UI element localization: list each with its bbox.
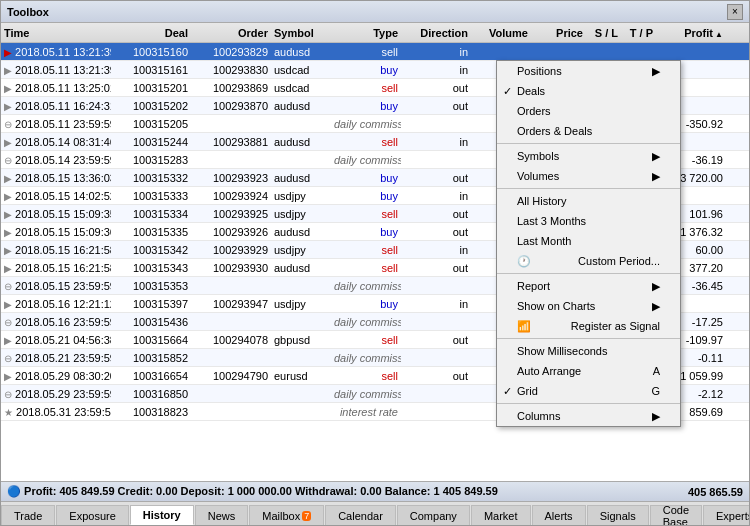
- tab-mailbox[interactable]: Mailbox7: [249, 505, 324, 525]
- tab-history[interactable]: History: [130, 505, 194, 525]
- cell-dir: in: [401, 64, 471, 76]
- cell-deal: 100315161: [111, 64, 191, 76]
- menu-item-show-milliseconds[interactable]: Show Milliseconds: [497, 341, 680, 361]
- menu-item-all-history[interactable]: All History: [497, 191, 680, 211]
- menu-item-report[interactable]: Report▶: [497, 276, 680, 296]
- menu-item-grid[interactable]: GridG: [497, 381, 680, 401]
- cell-order: 100293829: [191, 46, 271, 58]
- col-deal[interactable]: Deal: [111, 27, 191, 39]
- tab-experts[interactable]: Experts: [703, 505, 749, 525]
- cell-deal: 100316654: [111, 370, 191, 382]
- menu-item-show-on-charts[interactable]: Show on Charts▶: [497, 296, 680, 316]
- cell-deal: 100315397: [111, 298, 191, 310]
- table-header: Time Deal Order Symbol Type Direction Vo…: [1, 23, 749, 43]
- tab-market[interactable]: Market: [471, 505, 531, 525]
- tab-calendar[interactable]: Calendar: [325, 505, 396, 525]
- submenu-arrow: ▶: [652, 410, 660, 423]
- menu-item-columns[interactable]: Columns▶: [497, 406, 680, 426]
- tab-trade[interactable]: Trade: [1, 505, 55, 525]
- cell-order: 100293926: [191, 226, 271, 238]
- cell-type: sell: [331, 370, 401, 382]
- col-symbol[interactable]: Symbol: [271, 27, 331, 39]
- cell-order: 100293881: [191, 136, 271, 148]
- menu-separator: [497, 143, 680, 144]
- menu-item-label: Show Milliseconds: [517, 345, 607, 357]
- col-time[interactable]: Time: [1, 27, 111, 39]
- menu-separator: [497, 188, 680, 189]
- col-volume[interactable]: Volume: [471, 27, 531, 39]
- signal-icon: 📶: [517, 319, 531, 333]
- menu-item-deals[interactable]: Deals: [497, 81, 680, 101]
- tab-code-base[interactable]: Code Base: [650, 505, 702, 525]
- tab-label: Market: [484, 510, 518, 522]
- menu-item-last-month[interactable]: Last Month: [497, 231, 680, 251]
- col-price[interactable]: Price: [531, 27, 586, 39]
- menu-item-label: All History: [517, 195, 567, 207]
- menu-item-label: Deals: [517, 85, 545, 97]
- cell-symbol: audusd: [271, 100, 331, 112]
- cell-time: ★ 2018.05.31 23:59:59: [1, 406, 111, 418]
- col-type[interactable]: Type: [331, 27, 401, 39]
- tab-company[interactable]: Company: [397, 505, 470, 525]
- cell-time: ▶ 2018.05.15 14:02:52: [1, 190, 111, 202]
- menu-item-label: Custom Period...: [578, 255, 660, 267]
- cell-order: 100294078: [191, 334, 271, 346]
- cell-symbol: usdjpy: [271, 190, 331, 202]
- cell-symbol: usdjpy: [271, 298, 331, 310]
- col-sl[interactable]: S / L: [586, 27, 621, 39]
- cell-symbol: audusd: [271, 136, 331, 148]
- cell-type: sell: [331, 46, 401, 58]
- cell-order: 100293830: [191, 64, 271, 76]
- menu-item-label: Show on Charts: [517, 300, 595, 312]
- col-profit[interactable]: Profit: [656, 27, 726, 39]
- menu-item-label: Orders & Deals: [517, 125, 592, 137]
- menu-item-orders---deals[interactable]: Orders & Deals: [497, 121, 680, 141]
- cell-dir: out: [401, 370, 471, 382]
- cell-order: 100294790: [191, 370, 271, 382]
- cell-dir: out: [401, 82, 471, 94]
- cell-symbol: audusd: [271, 226, 331, 238]
- tab-alerts[interactable]: Alerts: [532, 505, 586, 525]
- cell-dir: out: [401, 226, 471, 238]
- menu-item-auto-arrange[interactable]: Auto ArrangeA: [497, 361, 680, 381]
- menu-item-last-3-months[interactable]: Last 3 Months: [497, 211, 680, 231]
- cell-type: daily commission: [331, 118, 401, 130]
- cell-deal: 100315334: [111, 208, 191, 220]
- cell-type: buy: [331, 190, 401, 202]
- cell-type: buy: [331, 64, 401, 76]
- cell-deal: 100318823: [111, 406, 191, 418]
- menu-item-custom-period---[interactable]: 🕐Custom Period...: [497, 251, 680, 271]
- cell-time: ▶ 2018.05.16 12:21:12: [1, 298, 111, 310]
- cell-deal: 100315353: [111, 280, 191, 292]
- tab-news[interactable]: News: [195, 505, 249, 525]
- table-row[interactable]: ▶ 2018.05.11 13:21:39 100315160 10029382…: [1, 43, 749, 61]
- menu-item-volumes[interactable]: Volumes▶: [497, 166, 680, 186]
- cell-deal: 100315202: [111, 100, 191, 112]
- clock-icon: 🕐: [517, 254, 531, 268]
- menu-separator: [497, 403, 680, 404]
- tab-label: Calendar: [338, 510, 383, 522]
- cell-type: daily commission: [331, 388, 401, 400]
- menu-item-label: Orders: [517, 105, 551, 117]
- cell-time: ⊖ 2018.05.21 23:59:59: [1, 352, 111, 364]
- tab-label: Trade: [14, 510, 42, 522]
- close-button[interactable]: ×: [727, 4, 743, 20]
- menu-item-register-as-signal[interactable]: 📶Register as Signal: [497, 316, 680, 336]
- cell-symbol: usdcad: [271, 82, 331, 94]
- col-direction[interactable]: Direction: [401, 27, 471, 39]
- tab-signals[interactable]: Signals: [587, 505, 649, 525]
- menu-item-label: Last Month: [517, 235, 571, 247]
- cell-deal: 100315333: [111, 190, 191, 202]
- menu-item-symbols[interactable]: Symbols▶: [497, 146, 680, 166]
- menu-item-label: Symbols: [517, 150, 559, 162]
- col-tp[interactable]: T / P: [621, 27, 656, 39]
- col-order[interactable]: Order: [191, 27, 271, 39]
- menu-item-positions[interactable]: Positions▶: [497, 61, 680, 81]
- cell-symbol: audusd: [271, 172, 331, 184]
- cell-time: ▶ 2018.05.15 16:21:58: [1, 262, 111, 274]
- title-bar: Toolbox ×: [1, 1, 749, 23]
- tab-exposure[interactable]: Exposure: [56, 505, 128, 525]
- menu-item-orders[interactable]: Orders: [497, 101, 680, 121]
- cell-time: ⊖ 2018.05.11 23:59:59: [1, 118, 111, 130]
- cell-time: ▶ 2018.05.29 08:30:20: [1, 370, 111, 382]
